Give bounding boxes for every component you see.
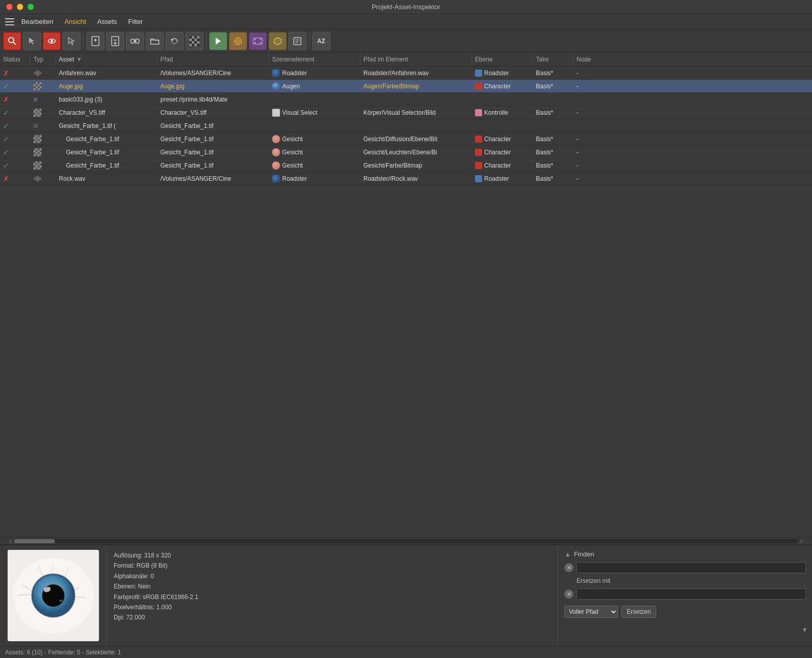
cell-layer: Character — [472, 159, 533, 172]
cell-type: ⊞ — [30, 93, 56, 106]
replace-input-row: ✕ — [564, 588, 806, 600]
checker-icon — [33, 82, 42, 90]
scroll-right-arrow[interactable]: › — [798, 538, 805, 545]
cell-take: Basis* — [533, 159, 573, 172]
cell-scene — [269, 93, 360, 106]
toolbar-link-button[interactable] — [126, 32, 144, 50]
cell-layer: Character — [472, 80, 533, 92]
status-error-icon: ✗ — [3, 175, 9, 183]
toolbar-search-button[interactable] — [3, 32, 21, 50]
toolbar-new-button[interactable] — [86, 32, 105, 50]
menu-filter[interactable]: Filter — [123, 16, 148, 27]
toolbar-refresh-button[interactable] — [165, 32, 184, 50]
table-row[interactable]: ✓ Character_VS.tiff Character_VS.tiff Vi… — [0, 106, 812, 119]
find-collapse-icon[interactable]: ▲ — [564, 550, 571, 558]
title-bar: Projekt-Asset-Inspektor — [0, 0, 812, 14]
bottom-area: Auflösung: 318 x 320 Format: RGB (8 Bit)… — [0, 544, 812, 646]
cell-node: - — [573, 146, 604, 158]
scroll-thumb[interactable] — [14, 539, 55, 543]
table-row[interactable]: ✗ Anfahren.wav /Volumes/ASANGER/Cine Roa… — [0, 67, 812, 80]
col-status[interactable]: Status — [0, 53, 30, 66]
cell-element-path: Körper/Visual Selector/Bild — [360, 106, 472, 119]
col-asset[interactable]: Asset ▼ — [56, 53, 157, 66]
col-scene[interactable]: Szenenelement — [269, 53, 360, 66]
find-panel: ▲ Finden ✕ Ersetzen mit ✕ Voller PfadDat… — [558, 545, 812, 646]
replace-input[interactable] — [577, 588, 806, 600]
toolbar-export-button[interactable] — [106, 32, 124, 50]
menu-ansicht[interactable]: Ansicht — [59, 16, 91, 27]
toolbar-checker-button[interactable] — [185, 32, 204, 50]
info-panel: Auflösung: 318 x 320 Format: RGB (8 Bit)… — [107, 545, 558, 646]
cell-status: ✓ — [0, 133, 30, 145]
cell-type — [30, 67, 56, 79]
path-type-select[interactable]: Voller PfadDateinameRelativer Pfad — [564, 606, 618, 618]
status-ok-icon: ✓ — [3, 109, 9, 117]
table-row[interactable]: ✓ Gesicht_Farbe_1.tif Gesicht_Farbe_1.ti… — [0, 133, 812, 146]
col-element-path[interactable]: Pfad im Element — [360, 53, 472, 66]
col-node[interactable]: Node — [573, 53, 604, 66]
cell-take — [533, 93, 573, 106]
toolbar-cursor-button[interactable] — [23, 32, 41, 50]
minimize-button[interactable] — [17, 4, 23, 10]
cell-status: ✓ — [0, 106, 30, 119]
status-ok-icon: ✓ — [3, 148, 9, 156]
table-row[interactable]: ✓ Auge.jpg Auge.jpg Augen Augen/Farbe/Bi… — [0, 80, 812, 93]
checker-icon — [33, 109, 42, 117]
table-row[interactable]: ✓ ⊟ Gesicht_Farbe_1.tif ( Gesicht_Farbe_… — [0, 119, 812, 133]
replace-clear-button[interactable]: ✕ — [564, 589, 573, 599]
scroll-track[interactable] — [14, 539, 798, 543]
col-path[interactable]: Pfad — [157, 53, 269, 66]
col-type[interactable]: Typ — [30, 53, 56, 66]
window-title: Projekt-Asset-Inspektor — [371, 3, 440, 11]
table-row[interactable]: ✗ ⊞ basic033.jpg (3) preset://prime.lib4… — [0, 93, 812, 106]
menu-bearbeiten[interactable]: Bearbeiten — [16, 16, 58, 27]
menu-assets[interactable]: Assets — [92, 16, 122, 27]
find-collapse-bottom-icon[interactable]: ▼ — [801, 626, 808, 634]
table-row[interactable]: ✗ Rock.wav /Volumes/ASANGER/Cine Roadste… — [0, 172, 812, 185]
svg-point-13 — [236, 40, 240, 43]
replace-button[interactable]: Ersetzen — [621, 606, 656, 618]
svg-rect-21 — [254, 42, 256, 44]
status-ok-icon: ✓ — [3, 82, 9, 90]
toolbar-3d-button[interactable] — [268, 32, 287, 50]
replace-label: Ersetzen mit — [564, 577, 806, 584]
expand-icon[interactable]: ⊞ — [33, 96, 38, 102]
scroll-left-arrow[interactable]: ‹ — [7, 538, 14, 545]
cell-scene: Gesicht — [269, 146, 360, 158]
toolbar-arrow-button[interactable] — [62, 32, 81, 50]
maximize-button[interactable] — [27, 4, 34, 10]
cell-asset: Character_VS.tiff — [56, 106, 157, 119]
preview-panel — [0, 545, 107, 646]
cell-node: - — [573, 80, 604, 92]
cell-element-path — [360, 119, 472, 132]
table-row[interactable]: ✓ Gesicht_Farbe_1.tif Gesicht_Farbe_1.ti… — [0, 146, 812, 159]
toolbar-eye-button[interactable] — [43, 32, 61, 50]
find-input[interactable] — [577, 562, 806, 573]
main-content: Status Typ Asset ▼ Pfad Szenenelement Pf… — [0, 53, 812, 537]
close-button[interactable] — [6, 4, 13, 10]
hamburger-menu[interactable] — [4, 16, 15, 27]
toolbar-text-button[interactable] — [288, 32, 307, 50]
cell-node: - — [573, 67, 604, 79]
col-layer[interactable]: Ebene — [472, 53, 533, 66]
toolbar-film-button[interactable] — [249, 32, 267, 50]
toolbar-sep-1 — [83, 34, 84, 49]
col-take[interactable]: Take — [533, 53, 573, 66]
scene-icon — [272, 69, 280, 77]
toolbar-sort-button[interactable]: AZ — [312, 32, 330, 50]
table-row[interactable]: ✓ Gesicht_Farbe_1.tif Gesicht_Farbe_1.ti… — [0, 159, 812, 172]
toolbar-folder-button[interactable] — [146, 32, 164, 50]
window-controls[interactable] — [6, 4, 34, 10]
toolbar-target-button[interactable] — [229, 32, 247, 50]
cell-status: ✗ — [0, 67, 30, 79]
find-title: ▲ Finden — [564, 550, 806, 558]
toolbar-play-button[interactable] — [209, 32, 227, 50]
status-ok-icon: ✓ — [3, 161, 9, 170]
collapse-icon[interactable]: ⊟ — [33, 123, 38, 128]
cell-status: ✓ — [0, 80, 30, 92]
info-dpi: Dpi: 72.000 — [114, 612, 551, 622]
find-clear-button[interactable]: ✕ — [564, 563, 573, 572]
info-alpha: Alphakanäle: 0 — [114, 571, 551, 581]
horizontal-scrollbar[interactable]: ‹ › — [0, 537, 812, 544]
cell-scene: Roadster — [269, 67, 360, 79]
